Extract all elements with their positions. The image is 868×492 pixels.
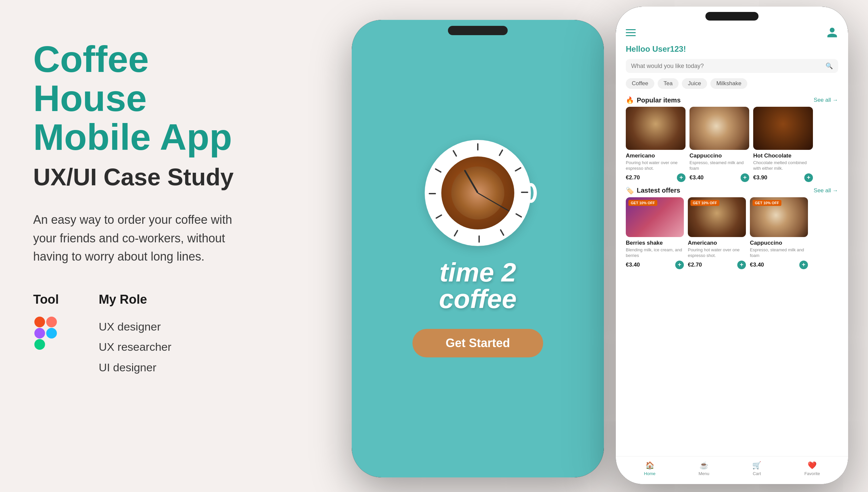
add-americano2-button[interactable]: + — [737, 261, 746, 269]
offer-img-cappuccino2: GET 10% OFF — [750, 197, 808, 237]
phone-front: Helloo User123! 🔍 Coffee Tea Juice Milks… — [616, 7, 848, 484]
offer-card-berries: GET 10% OFF Berries shake Blending milk,… — [626, 197, 684, 269]
product-name-americano: Americano — [626, 152, 685, 159]
add-cappuccino2-button[interactable]: + — [799, 261, 808, 269]
product-desc-cappuccino: Espresso, steamed milk and foam — [689, 160, 749, 171]
nav-home[interactable]: 🏠 Home — [644, 461, 656, 476]
category-tea[interactable]: Tea — [658, 78, 679, 89]
offer-desc-berries: Blending milk, ice cream, and berries — [626, 247, 684, 259]
see-all-offers[interactable]: See all → — [814, 187, 838, 194]
product-price-americano: €2.70 — [626, 174, 640, 181]
nav-favorite-label: Favorite — [804, 471, 820, 476]
product-desc-americano: Pouring hot water over one espresso shot… — [626, 160, 685, 171]
offer-price-row-berries: €3.40 + — [626, 261, 684, 269]
nav-home-label: Home — [644, 471, 656, 476]
product-card-cappuccino: Cappuccino Espresso, steamed milk and fo… — [689, 107, 749, 182]
flame-icon: 🔥 — [626, 96, 634, 104]
product-price-row-hotchoc: €3.90 + — [753, 173, 813, 182]
role-label: My Role — [98, 292, 171, 307]
clock-face — [425, 140, 531, 246]
get-started-button[interactable]: Get Started — [413, 329, 543, 358]
role-section: My Role UX designer UX researcher UI des… — [98, 292, 171, 378]
splash-line2: Coffee — [439, 286, 517, 312]
offers-title: 🏷️ Lastest offers — [626, 187, 680, 195]
offer-desc-americano2: Pouring hot water over one espresso shot… — [688, 247, 746, 259]
add-berries-button[interactable]: + — [675, 261, 684, 269]
phone-back: Time 2 Coffee Get Started — [352, 20, 604, 477]
favorite-icon: ❤️ — [807, 461, 817, 470]
svg-rect-0 — [34, 317, 45, 327]
product-desc-hotchoc: Chocolate melted combined with either mi… — [753, 160, 813, 171]
add-americano-button[interactable]: + — [677, 173, 685, 182]
figma-icon — [33, 317, 58, 350]
nav-favorite[interactable]: ❤️ Favorite — [804, 461, 820, 476]
search-icon: 🔍 — [825, 62, 833, 70]
role-item-1: UX designer — [98, 317, 171, 337]
description: An easy way to order your coffee with yo… — [33, 211, 245, 266]
offer-price-cappuccino2: €3.40 — [750, 262, 764, 268]
product-card-americano: Americano Pouring hot water over one esp… — [626, 107, 685, 182]
search-bar[interactable]: 🔍 — [626, 59, 838, 73]
product-card-hotchoc: Hot Chocolate Chocolate melted combined … — [753, 107, 813, 182]
offer-badge-cappuccino2: GET 10% OFF — [753, 200, 781, 206]
product-img-hotchoc — [753, 107, 813, 150]
tag-icon: 🏷️ — [626, 187, 634, 195]
app-screen: Helloo User123! 🔍 Coffee Tea Juice Milks… — [616, 7, 848, 484]
product-price-row-americano: €2.70 + — [626, 173, 685, 182]
see-all-popular[interactable]: See all → — [814, 97, 838, 103]
category-coffee[interactable]: Coffee — [626, 78, 654, 89]
hamburger-menu[interactable] — [626, 29, 636, 36]
offer-card-cappuccino2: GET 10% OFF Cappuccino Espresso, steamed… — [750, 197, 808, 269]
offer-price-berries: €3.40 — [626, 262, 640, 268]
offer-name-berries: Berries shake — [626, 240, 684, 246]
phone-notch-front — [705, 12, 758, 21]
offer-badge-berries: GET 10% OFF — [629, 200, 657, 206]
role-item-3: UI designer — [98, 358, 171, 378]
offer-desc-cappuccino2: Espresso, steamed milk and foam — [750, 247, 808, 259]
nav-cart[interactable]: 🛒 Cart — [752, 461, 761, 476]
tool-role-section: Tool My Role UX designer UX researcher U… — [33, 292, 259, 378]
greeting: Helloo User123! — [616, 42, 848, 56]
user-icon[interactable] — [826, 26, 838, 39]
svg-rect-1 — [46, 317, 57, 327]
product-name-hotchoc: Hot Chocolate — [753, 152, 813, 159]
product-price-row-cappuccino: €3.40 + — [689, 173, 749, 182]
svg-rect-3 — [34, 339, 45, 350]
product-name-cappuccino: Cappuccino — [689, 152, 749, 159]
splash-line1: Time 2 — [439, 259, 517, 286]
tool-label: Tool — [33, 292, 59, 307]
home-icon: 🏠 — [646, 461, 654, 470]
add-hotchoc-button[interactable]: + — [804, 173, 813, 182]
menu-icon: ☕ — [700, 461, 708, 470]
product-img-cappuccino — [689, 107, 749, 150]
product-price-cappuccino: €3.40 — [689, 174, 704, 181]
category-juice[interactable]: Juice — [682, 78, 707, 89]
add-cappuccino-button[interactable]: + — [741, 173, 749, 182]
svg-point-4 — [46, 328, 57, 339]
offer-img-berries: GET 10% OFF — [626, 197, 684, 237]
products-row: Americano Pouring hot water over one esp… — [616, 107, 848, 182]
category-pills: Coffee Tea Juice Milkshake — [616, 76, 848, 92]
subtitle: UX/UI Case Study — [33, 164, 259, 191]
bottom-nav: 🏠 Home ☕ Menu 🛒 Cart ❤️ Favorite — [616, 456, 848, 484]
phones-container: Time 2 Coffee Get Started Helloo User123… — [285, 0, 868, 492]
nav-menu[interactable]: ☕ Menu — [699, 461, 709, 476]
role-item-2: UX researcher — [98, 337, 171, 357]
search-input[interactable] — [631, 63, 822, 70]
product-price-hotchoc: €3.90 — [753, 174, 768, 181]
splash-headline: Time 2 Coffee — [439, 259, 517, 312]
left-panel: Coffee House Mobile App UX/UI Case Study… — [0, 0, 285, 404]
phone-notch-back — [448, 26, 508, 35]
product-img-americano — [626, 107, 685, 150]
offer-img-americano2: GET 10% OFF — [688, 197, 746, 237]
main-title: Coffee House Mobile App — [33, 40, 259, 157]
tool-section: Tool — [33, 292, 59, 351]
offer-badge-americano2: GET 10% OFF — [690, 200, 719, 206]
offer-price-row-cappuccino2: €3.40 + — [750, 261, 808, 269]
offer-name-cappuccino2: Cappuccino — [750, 240, 808, 246]
popular-section-header: 🔥 Popular items See all → — [616, 92, 848, 107]
category-milkshake[interactable]: Milkshake — [710, 78, 748, 89]
offers-row: GET 10% OFF Berries shake Blending milk,… — [616, 197, 848, 269]
svg-rect-2 — [34, 328, 45, 339]
popular-title: 🔥 Popular items — [626, 96, 681, 104]
